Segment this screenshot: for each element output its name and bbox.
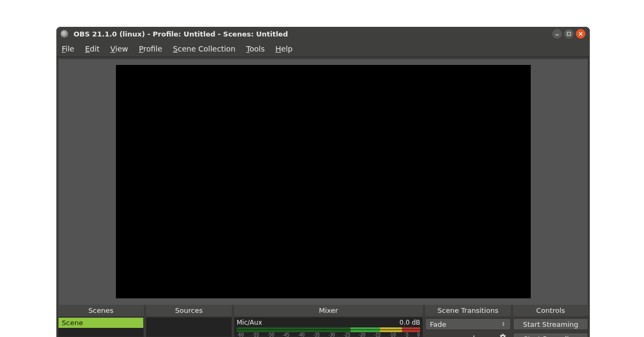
vu-meter	[237, 327, 420, 332]
mixer-channel-level: 0.0 dB	[399, 319, 420, 326]
start-recording-button[interactable]: Start Recording	[513, 333, 588, 337]
transition-tools: + −	[425, 333, 511, 337]
panel-sources: Sources	[146, 305, 232, 337]
panel-mixer-title: Mixer	[234, 305, 423, 316]
bottom-panels: Scenes Scene Sources Mixer Mic/Aux 0.0 d…	[56, 305, 590, 337]
remove-transition-icon[interactable]: −	[485, 333, 492, 337]
close-button[interactable]	[576, 29, 586, 39]
panel-controls: Controls Start Streaming Start Recording	[513, 305, 588, 337]
vu-scale: -60-55-50-45-40-35-30-25-20-15-10-50	[237, 333, 420, 337]
menu-scene-collection[interactable]: Scene Collection	[173, 45, 235, 53]
panel-controls-title: Controls	[513, 305, 588, 316]
gear-icon[interactable]	[499, 333, 507, 337]
minimize-button[interactable]	[552, 29, 562, 39]
panel-transitions: Scene Transitions Fade ▴▾ + −	[425, 305, 511, 337]
menu-help[interactable]: Help	[275, 45, 292, 53]
preview-canvas[interactable]	[116, 65, 531, 298]
transition-selected: Fade	[430, 320, 447, 328]
menu-view[interactable]: View	[111, 45, 128, 53]
add-transition-icon[interactable]: +	[471, 333, 478, 337]
menu-profile[interactable]: Profile	[139, 45, 163, 53]
panel-transitions-body: Fade ▴▾ + −	[425, 317, 511, 337]
panel-transitions-title: Scene Transitions	[425, 305, 511, 316]
app-icon	[61, 30, 68, 38]
panel-mixer-body: Mic/Aux 0.0 dB -60-55-50-45-40-35-30-25-…	[234, 317, 423, 337]
panel-scenes-body[interactable]: Scene	[58, 317, 144, 337]
panel-sources-body[interactable]	[146, 317, 232, 337]
svg-rect-1	[567, 32, 570, 35]
window-controls	[552, 29, 586, 39]
menu-edit[interactable]: Edit	[85, 45, 99, 53]
mixer-channel-name: Mic/Aux	[237, 319, 262, 326]
maximize-button[interactable]	[564, 29, 574, 39]
obs-window: OBS 21.1.0 (linux) - Profile: Untitled -…	[56, 27, 590, 337]
panel-sources-title: Sources	[146, 305, 232, 316]
menu-tools[interactable]: Tools	[246, 45, 265, 53]
panel-controls-body: Start Streaming Start Recording	[513, 317, 588, 337]
menu-file[interactable]: File	[62, 45, 74, 53]
mixer-channel: Mic/Aux 0.0 dB	[237, 319, 420, 326]
start-streaming-button[interactable]: Start Streaming	[513, 318, 588, 330]
window-title: OBS 21.1.0 (linux) - Profile: Untitled -…	[74, 30, 552, 38]
transition-select[interactable]: Fade ▴▾	[425, 318, 511, 330]
scene-item[interactable]: Scene	[58, 318, 143, 328]
panel-scenes-title: Scenes	[58, 305, 144, 316]
titlebar[interactable]: OBS 21.1.0 (linux) - Profile: Untitled -…	[56, 27, 590, 41]
menubar: File Edit View Profile Scene Collection …	[56, 41, 590, 57]
panel-scenes: Scenes Scene	[58, 305, 144, 337]
spin-icon: ▴▾	[501, 321, 506, 327]
preview-area	[56, 57, 590, 305]
panel-mixer: Mixer Mic/Aux 0.0 dB -60-55-50-45-40-35-…	[234, 305, 423, 337]
